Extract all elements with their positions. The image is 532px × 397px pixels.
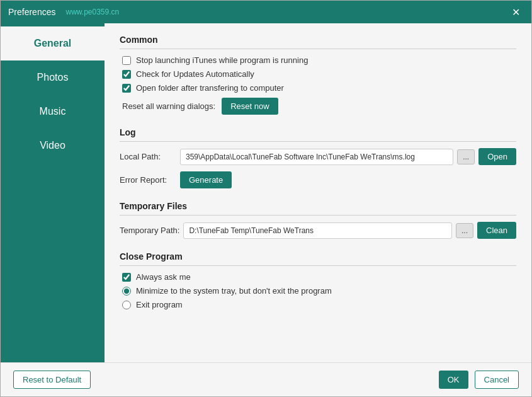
log-open-button[interactable]: Open xyxy=(478,148,516,165)
temp-files-section-title: Temporary Files xyxy=(120,201,516,216)
exit-radio-row: Exit program xyxy=(120,300,516,309)
updates-checkbox-label: Check for Updates Automatically xyxy=(136,69,254,79)
reset-warning-row: Reset all warning dialogs: Reset now xyxy=(120,98,516,115)
folder-checkbox[interactable] xyxy=(122,84,131,93)
sidebar: General Photos Music Video xyxy=(1,23,105,362)
log-section: Log Local Path: ... Open Error Report: G… xyxy=(120,127,516,188)
generate-button[interactable]: Generate xyxy=(180,171,232,188)
exit-radio[interactable] xyxy=(122,301,131,309)
common-section-title: Common xyxy=(120,35,516,49)
common-section: Common Stop launching iTunes while progr… xyxy=(120,35,516,115)
sidebar-item-photos[interactable]: Photos xyxy=(1,60,105,95)
reset-default-button[interactable]: Reset to Default xyxy=(13,371,91,389)
exit-radio-label: Exit program xyxy=(136,300,183,309)
itunes-checkbox[interactable] xyxy=(122,56,131,65)
ok-button[interactable]: OK xyxy=(439,371,468,389)
title-bar: Preferences www.pe0359.cn ✕ xyxy=(1,1,531,23)
title-bar-left: Preferences www.pe0359.cn xyxy=(8,7,119,17)
log-browse-button[interactable]: ... xyxy=(457,149,475,164)
checkbox-row-updates: Check for Updates Automatically xyxy=(120,69,516,79)
local-path-input[interactable] xyxy=(180,149,453,165)
error-report-row: Error Report: Generate xyxy=(120,171,516,188)
checkbox-row-itunes: Stop launching iTunes while program is r… xyxy=(120,55,516,65)
close-program-section: Close Program Always ask me Minimize to … xyxy=(120,251,516,309)
sidebar-item-video[interactable]: Video xyxy=(1,129,105,163)
checkbox-row-folder: Open folder after transfering to compute… xyxy=(120,83,516,93)
folder-checkbox-label: Open folder after transfering to compute… xyxy=(136,83,284,93)
preferences-dialog: Preferences www.pe0359.cn ✕ General Phot… xyxy=(0,0,532,397)
close-program-title: Close Program xyxy=(120,251,516,266)
footer-right-buttons: OK Cancel xyxy=(439,371,519,389)
log-section-title: Log xyxy=(120,127,516,142)
reset-now-button[interactable]: Reset now xyxy=(222,98,278,115)
local-path-label: Local Path: xyxy=(120,152,176,161)
always-ask-checkbox[interactable] xyxy=(122,273,131,282)
reset-warning-label: Reset all warning dialogs: xyxy=(122,101,215,111)
dialog-body: General Photos Music Video Common Stop l… xyxy=(1,23,531,362)
minimize-radio-row: Minimize to the system tray, but don't e… xyxy=(120,286,516,296)
dialog-title: Preferences xyxy=(8,7,55,17)
temp-path-label: Temporary Path: xyxy=(120,226,179,235)
temp-browse-button[interactable]: ... xyxy=(456,223,473,238)
temp-path-row: Temporary Path: ... Clean xyxy=(120,222,516,239)
minimize-radio[interactable] xyxy=(122,287,131,296)
clean-button[interactable]: Clean xyxy=(477,222,516,239)
main-content: Common Stop launching iTunes while progr… xyxy=(105,23,531,362)
error-report-label: Error Report: xyxy=(120,175,176,185)
updates-checkbox[interactable] xyxy=(122,70,131,79)
minimize-radio-label: Minimize to the system tray, but don't e… xyxy=(136,286,332,296)
always-ask-row: Always ask me xyxy=(120,272,516,282)
sidebar-item-music[interactable]: Music xyxy=(1,95,105,129)
itunes-checkbox-label: Stop launching iTunes while program is r… xyxy=(136,55,308,65)
local-path-row: Local Path: ... Open xyxy=(120,148,516,165)
always-ask-label: Always ask me xyxy=(136,272,191,282)
temp-files-section: Temporary Files Temporary Path: ... Clea… xyxy=(120,201,516,239)
watermark-text: www.pe0359.cn xyxy=(65,8,119,16)
temp-path-input[interactable] xyxy=(183,222,452,239)
sidebar-item-general[interactable]: General xyxy=(1,26,105,60)
close-button[interactable]: ✕ xyxy=(508,5,524,20)
dialog-footer: Reset to Default OK Cancel xyxy=(1,362,531,396)
cancel-button[interactable]: Cancel xyxy=(475,371,519,389)
